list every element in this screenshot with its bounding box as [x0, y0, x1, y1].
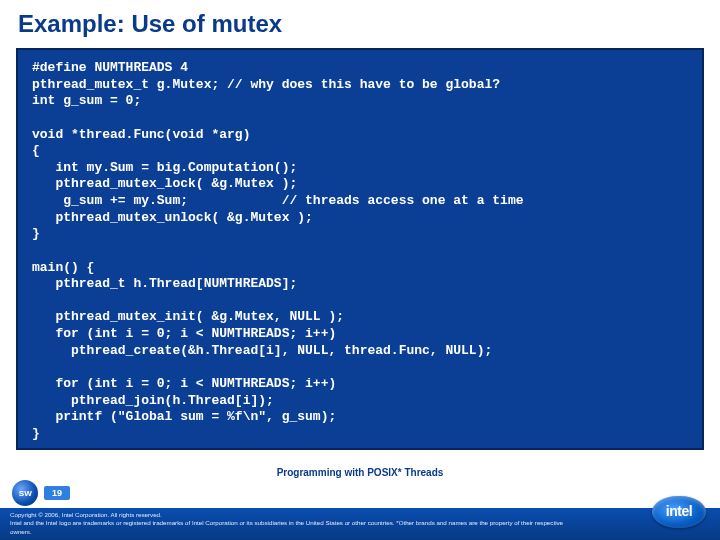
- copyright-line: Copyright © 2006, Intel Corporation. All…: [10, 511, 570, 519]
- footer-lines: Copyright © 2006, Intel Corporation. All…: [10, 511, 570, 536]
- slide: Example: Use of mutex #define NUMTHREADS…: [0, 0, 720, 540]
- page-number: 19: [44, 486, 70, 500]
- footer: intel Copyright © 2006, Intel Corporatio…: [0, 508, 720, 540]
- pager-row: SW 19: [0, 480, 720, 508]
- software-badge-text: SW: [18, 488, 31, 497]
- software-badge-icon: SW: [12, 480, 38, 506]
- code-block: #define NUMTHREADS 4 pthread_mutex_t g.M…: [16, 48, 704, 450]
- trademark-line: Intel and the Intel logo are trademarks …: [10, 519, 570, 536]
- code-text: #define NUMTHREADS 4 pthread_mutex_t g.M…: [32, 60, 692, 442]
- intel-logo-text: intel: [666, 502, 692, 521]
- intel-logo-icon: intel: [652, 496, 706, 528]
- section-label: Programming with POSIX* Threads: [0, 465, 720, 480]
- slide-title: Example: Use of mutex: [0, 0, 720, 44]
